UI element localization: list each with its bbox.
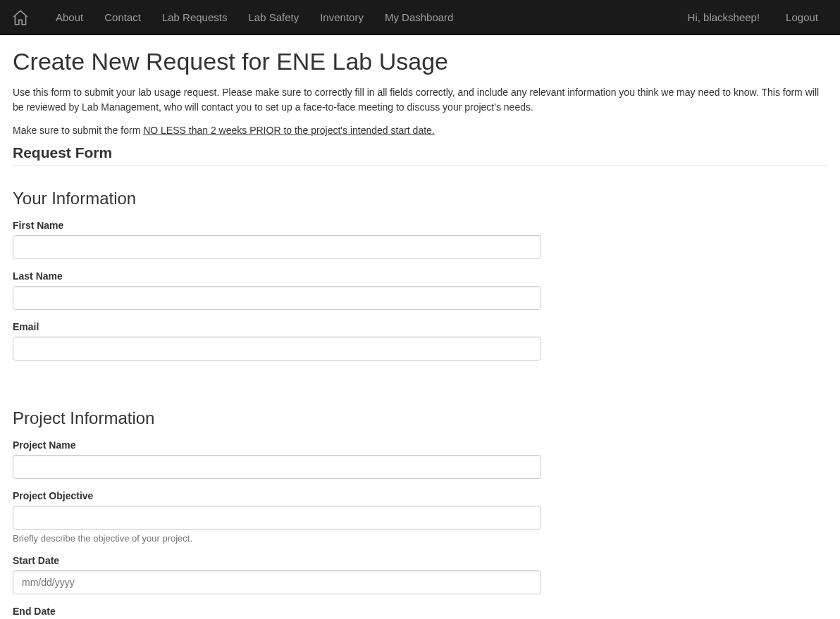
nav-lab-requests[interactable]: Lab Requests (152, 1, 238, 34)
project-name-group: Project Name (13, 439, 541, 479)
last-name-label: Last Name (13, 270, 541, 282)
greeting-text: Hi, blacksheep! (681, 1, 767, 34)
project-objective-label: Project Objective (13, 490, 541, 501)
your-information-header: Your Information (13, 189, 827, 208)
start-date-label: Start Date (13, 555, 541, 566)
project-name-label: Project Name (13, 439, 541, 451)
nav-lab-safety[interactable]: Lab Safety (237, 1, 309, 34)
deadline-paragraph: Make sure to submit the form NO LESS tha… (13, 125, 827, 136)
last-name-group: Last Name (13, 270, 541, 310)
intro-paragraph: Use this form to submit your lab usage r… (13, 85, 827, 115)
navbar-left: About Contact Lab Requests Lab Safety In… (11, 1, 464, 34)
navbar-right: Hi, blacksheep! Logout (681, 1, 829, 34)
project-information-header: Project Information (13, 408, 827, 428)
project-objective-group: Project Objective Briefly describe the o… (13, 490, 541, 544)
email-group: Email (13, 321, 541, 361)
form-legend: Request Form (13, 144, 827, 166)
page-title: Create New Request for ENE Lab Usage (13, 48, 827, 75)
deadline-prefix: Make sure to submit the form (13, 125, 143, 136)
email-input[interactable] (13, 337, 541, 361)
nav-about[interactable]: About (45, 1, 94, 34)
deadline-underlined: NO LESS than 2 weeks PRIOR to the projec… (143, 125, 435, 136)
start-date-input[interactable] (13, 570, 541, 594)
end-date-label: End Date (13, 606, 541, 617)
nav-inventory[interactable]: Inventory (309, 1, 374, 34)
first-name-label: First Name (13, 220, 541, 231)
page-container: Create New Request for ENE Lab Usage Use… (0, 35, 840, 619)
first-name-group: First Name (13, 220, 541, 259)
top-navbar: About Contact Lab Requests Lab Safety In… (0, 0, 840, 35)
first-name-input[interactable] (13, 235, 541, 259)
nav-contact[interactable]: Contact (94, 1, 152, 34)
email-label: Email (13, 321, 541, 332)
home-icon[interactable] (11, 8, 30, 27)
end-date-group: End Date (13, 606, 541, 619)
project-objective-help: Briefly describe the objective of your p… (13, 533, 541, 544)
last-name-input[interactable] (13, 286, 541, 310)
start-date-group: Start Date (13, 555, 541, 594)
project-objective-input[interactable] (13, 506, 541, 530)
project-name-input[interactable] (13, 455, 541, 479)
logout-link[interactable]: Logout (775, 1, 829, 34)
nav-my-dashboard[interactable]: My Dashboard (374, 1, 464, 34)
